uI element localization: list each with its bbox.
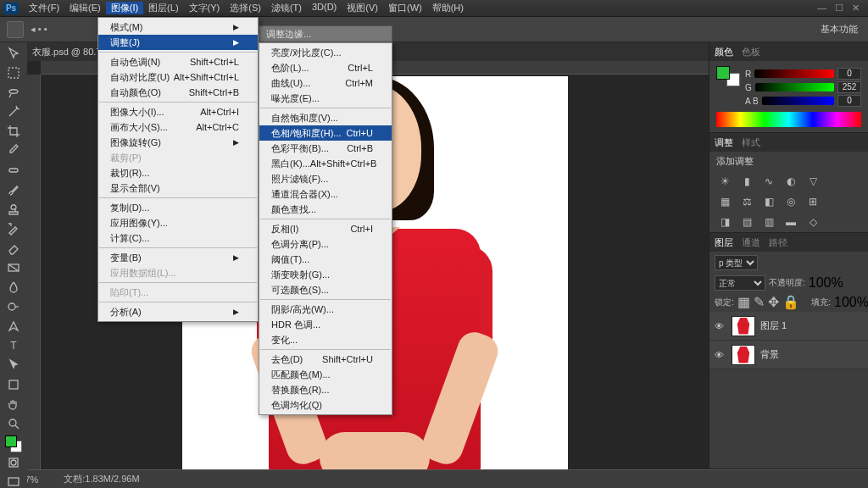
menu-0[interactable]: 文件(F) <box>24 2 64 14</box>
lock-paint-icon[interactable]: ✎ <box>754 294 765 310</box>
menu-item[interactable]: 颜色查找... <box>259 202 392 217</box>
b-slider[interactable] <box>762 97 834 105</box>
lock-all-icon[interactable]: 🔒 <box>782 294 799 310</box>
menu-item[interactable]: 自然饱和度(V)... <box>259 110 392 125</box>
threshold-icon[interactable]: ▥ <box>762 215 776 229</box>
menu-item[interactable]: 色彩平衡(B)...Ctrl+B <box>259 141 392 156</box>
panel-color-swatch[interactable] <box>716 66 740 86</box>
menu-8[interactable]: 视图(V) <box>342 2 383 14</box>
invert-icon[interactable]: ◨ <box>718 215 732 229</box>
levels-icon[interactable]: ▮ <box>740 175 754 188</box>
wand-tool[interactable] <box>2 103 25 121</box>
shape-tool[interactable] <box>2 375 25 394</box>
menu-5[interactable]: 选择(S) <box>225 2 266 14</box>
vibrance-icon[interactable]: ▽ <box>806 175 820 188</box>
lock-pixels-icon[interactable]: ▦ <box>737 294 750 310</box>
foreground-background-swatch[interactable] <box>2 434 25 452</box>
visibility-icon[interactable]: 👁 <box>715 350 726 360</box>
tab-swatches[interactable]: 色板 <box>742 46 760 58</box>
menu-item[interactable]: 自动色调(N)Shift+Ctrl+L <box>98 54 258 69</box>
gradient-tool[interactable] <box>2 258 25 277</box>
menu-item[interactable]: 替换颜色(R)... <box>259 382 392 397</box>
quickmask-icon[interactable] <box>2 453 25 472</box>
menu-9[interactable]: 窗口(W) <box>383 2 427 14</box>
marquee-tool[interactable] <box>2 64 25 82</box>
r-slider[interactable] <box>754 69 834 78</box>
screenmode-icon[interactable] <box>2 473 25 488</box>
menu-item[interactable]: 变量(B)▶ <box>98 250 258 265</box>
selcolor-icon[interactable]: ◇ <box>806 215 820 229</box>
pen-tool[interactable] <box>2 317 25 336</box>
maximize-icon[interactable]: ☐ <box>835 3 843 14</box>
history-brush-tool[interactable] <box>2 219 25 238</box>
fill-value[interactable]: 100% <box>834 295 863 310</box>
heal-tool[interactable] <box>2 161 25 180</box>
menu-item[interactable]: 变化... <box>259 332 392 347</box>
brightness-icon[interactable]: ☀ <box>718 175 732 188</box>
tab-styles[interactable]: 样式 <box>742 136 760 149</box>
layer-thumbnail[interactable] <box>732 316 755 336</box>
menu-3[interactable]: 图层(L) <box>143 2 183 14</box>
menu-item[interactable]: 阴影/高光(W)... <box>259 302 392 317</box>
exposure-icon[interactable]: ◐ <box>784 175 798 188</box>
lasso-tool[interactable] <box>2 83 25 102</box>
menu-item[interactable]: 色阶(L)...Ctrl+L <box>259 60 392 75</box>
menu-item[interactable]: 显示全部(V) <box>98 180 258 196</box>
menu-item[interactable]: 渐变映射(G)... <box>259 267 392 282</box>
menu-item[interactable]: 曲线(U)...Ctrl+M <box>259 75 392 91</box>
gradmap-icon[interactable]: ▬ <box>784 215 798 229</box>
blur-tool[interactable] <box>2 278 25 297</box>
opacity-value[interactable]: 100% <box>809 275 837 291</box>
bw-icon[interactable]: ◧ <box>762 195 776 208</box>
menu-item[interactable]: 阈值(T)... <box>259 252 392 267</box>
b-value[interactable]: 0 <box>837 95 861 107</box>
menu-item[interactable]: 通道混合器(X)... <box>259 186 392 202</box>
menu-item[interactable]: 模式(M)▶ <box>98 19 258 35</box>
tab-channels[interactable]: 通道 <box>742 236 760 249</box>
menu-item[interactable]: 画布大小(S)...Alt+Ctrl+C <box>98 119 258 135</box>
eyedropper-tool[interactable] <box>2 141 25 160</box>
dodge-tool[interactable] <box>2 297 25 316</box>
stamp-tool[interactable] <box>2 200 25 219</box>
hue-icon[interactable]: ▦ <box>718 195 732 208</box>
menu-4[interactable]: 文字(Y) <box>184 2 225 14</box>
menu-2[interactable]: 图像(I) <box>106 2 143 14</box>
menu-item[interactable]: 匹配颜色(M)... <box>259 367 392 382</box>
menu-item[interactable]: 色调分离(P)... <box>259 236 392 252</box>
menu-item[interactable]: 分析(A)▶ <box>98 304 258 319</box>
menu-10[interactable]: 帮助(H) <box>427 2 469 14</box>
tab-paths[interactable]: 路径 <box>769 236 787 249</box>
r-value[interactable]: 0 <box>837 68 861 80</box>
path-select-tool[interactable] <box>2 356 25 374</box>
brush-tool[interactable] <box>2 180 25 199</box>
menu-item[interactable]: 图像旋转(G)▶ <box>98 135 258 150</box>
tab-layers[interactable]: 图层 <box>715 236 733 249</box>
menu-item[interactable]: HDR 色调... <box>259 317 392 332</box>
menu-7[interactable]: 3D(D) <box>307 2 342 14</box>
menu-item[interactable]: 复制(D)... <box>98 200 258 215</box>
menu-item[interactable]: 自动颜色(O)Shift+Ctrl+B <box>98 85 258 100</box>
eraser-tool[interactable] <box>2 239 25 258</box>
menu-item[interactable]: 黑白(K)...Alt+Shift+Ctrl+B <box>259 156 392 171</box>
curves-icon[interactable]: ∿ <box>762 175 776 188</box>
move-tool[interactable] <box>2 44 25 63</box>
menu-item[interactable]: 裁切(R)... <box>98 165 258 180</box>
layer-row[interactable]: 👁背景 <box>709 341 868 369</box>
mixer-icon[interactable]: ⊞ <box>806 195 820 208</box>
tab-adjustments[interactable]: 调整 <box>715 136 733 149</box>
menu-item[interactable]: 计算(C)... <box>98 230 258 246</box>
posterize-icon[interactable]: ▤ <box>740 215 754 229</box>
menu-item[interactable]: 曝光度(E)... <box>259 91 392 106</box>
g-slider[interactable] <box>755 83 834 92</box>
menu-item[interactable]: 亮度/对比度(C)... <box>259 45 392 60</box>
photofilter-icon[interactable]: ◎ <box>784 195 798 208</box>
close-icon[interactable]: ✕ <box>852 3 860 14</box>
menu-item[interactable]: 色相/饱和度(H)...Ctrl+U <box>259 125 392 141</box>
workspace-switcher[interactable]: 基本功能 <box>817 23 861 36</box>
menu-item[interactable]: 色调均化(Q) <box>259 397 392 413</box>
menu-item[interactable]: 图像大小(I)...Alt+Ctrl+I <box>98 104 258 119</box>
crop-tool[interactable] <box>2 122 25 141</box>
menu-item[interactable]: 应用图像(Y)... <box>98 215 258 230</box>
layer-filter-kind[interactable]: p 类型 <box>715 255 758 270</box>
hand-tool[interactable] <box>2 395 25 413</box>
